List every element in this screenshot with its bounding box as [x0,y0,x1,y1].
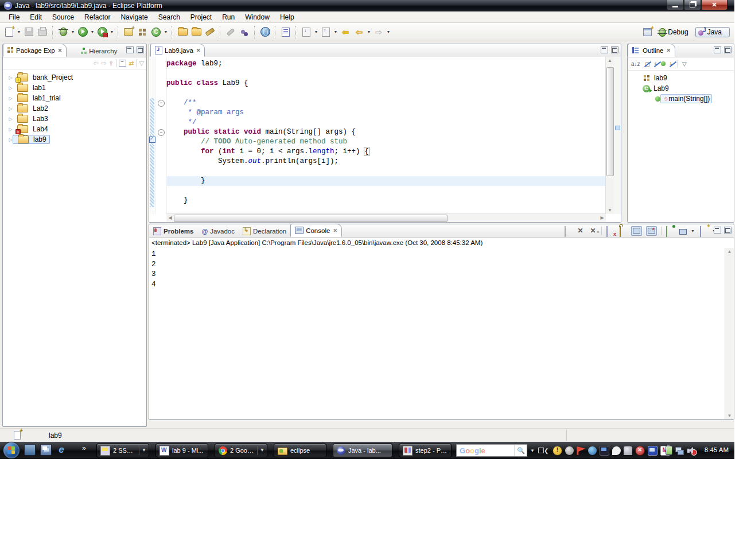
display-console-button[interactable] [678,227,687,235]
new-dropdown[interactable]: ▼ [16,26,22,38]
open-resource-button[interactable] [190,26,203,38]
tree-item-lab2[interactable]: ▷Lab2 [3,103,146,114]
previous-annotation-dropdown[interactable]: ▼ [333,26,339,38]
external-tools-button[interactable] [96,26,108,38]
annotation-ruler[interactable] [149,57,155,214]
close-outline-tab-icon[interactable]: ✕ [666,48,671,53]
trophy-tray-icon[interactable] [624,446,632,455]
mark-occurrences-button[interactable] [224,26,237,38]
code-line[interactable] [166,186,606,196]
code-line[interactable]: */ [166,118,606,127]
hide-fields-icon[interactable]: ▢ [645,61,650,67]
run-dropdown[interactable]: ▼ [90,26,95,38]
start-button[interactable] [3,442,20,458]
hide-non-public-icon[interactable] [661,61,666,66]
taskbar-button-step2-pa-[interactable]: step2 - Pa... [399,444,452,457]
forward-button[interactable]: ⇨ [372,26,385,38]
editor-horizontal-scrollbar[interactable]: ◀ ▶ [166,213,606,222]
open-browser-button[interactable] [259,26,271,38]
show-console-stdout-button[interactable] [631,226,642,236]
previous-annotation-button[interactable] [320,26,332,38]
close-button[interactable]: ✕ [701,0,727,10]
code-line[interactable]: // TODO Auto-generated method stub [166,137,606,147]
outline-item-lab9[interactable]: lab9 [628,73,734,83]
internet-explorer-icon[interactable]: e [56,445,67,455]
task-list-button[interactable] [279,26,292,38]
tree-item-bank_project[interactable]: ▷!bank_Project [3,72,146,83]
print-button[interactable] [36,26,49,38]
back-history-icon[interactable]: ⇦ [94,60,99,67]
tab-declaration[interactable]: Declaration [239,225,290,237]
tab-javadoc[interactable]: @ Javadoc [197,225,239,237]
battery-icon[interactable] [666,446,672,455]
hide-local-types-icon[interactable]: ᴸ [670,61,672,67]
code-line[interactable]: } [166,176,606,186]
scrollbar-thumb[interactable] [606,67,614,176]
minimize-button[interactable] [667,0,684,10]
overview-annotation-marker[interactable] [615,126,620,130]
run-button[interactable] [76,26,89,38]
hscrollbar-thumb[interactable] [174,215,448,222]
show-console-stderr-button[interactable] [646,226,657,236]
scroll-up-icon[interactable]: ▲ [606,57,614,64]
flag-tray-icon[interactable] [577,446,585,455]
menu-file[interactable]: File [3,12,25,22]
search-button[interactable] [204,26,216,38]
tree-item-lab9[interactable]: ▷lab9 [3,134,146,145]
minimize-outline-icon[interactable] [714,46,721,53]
minimize-view-icon[interactable] [126,46,134,53]
code-line[interactable] [166,88,606,98]
code-line[interactable]: for (int i = 0; i < args.length; i++) { [166,147,606,157]
search-magnifier-icon[interactable]: 🔍 [515,444,527,457]
console-scroll-up-icon[interactable]: ▲ [725,248,734,255]
expander-icon[interactable]: ▷ [7,96,14,101]
maximize-editor-icon[interactable] [611,46,618,53]
messenger-bubble-tray-icon[interactable] [612,446,621,455]
taskbar-button-java-lab-[interactable]: Java - lab... [333,444,392,457]
scroll-lock-button[interactable] [618,227,627,235]
code-line[interactable]: System.out.println(args[i]); [166,157,606,166]
folding-ruler[interactable]: −− [155,57,167,214]
menu-source[interactable]: Source [47,12,79,22]
taskbar-button-eclipse[interactable]: eclipse [274,444,326,457]
remove-all-terminated-button[interactable]: ✕ [589,227,597,235]
expander-icon[interactable]: ▷ [7,85,14,91]
forward-history-icon[interactable]: ⇨ [101,60,106,67]
expander-icon[interactable]: ▷ [7,116,14,122]
taskbar-clock[interactable]: 8:45 AM [705,446,729,453]
volume-muted-icon[interactable] [687,446,695,455]
minimize-console-icon[interactable] [714,227,721,234]
view-menu-icon[interactable]: ▽ [139,60,144,67]
skype-status-tray-icon[interactable] [565,446,574,455]
external-tools-dropdown[interactable]: ▼ [109,26,115,38]
close-console-tab-icon[interactable]: ✕ [333,228,337,234]
outline-item-main-string-[interactable]: Smain(String[]) [628,94,734,104]
tree-item-lab1[interactable]: ▷lab1 [3,83,146,93]
fold-collapse-icon[interactable]: − [158,129,165,136]
next-annotation-button[interactable] [300,26,313,38]
editor-vertical-scrollbar[interactable]: ▲ ▼ [605,57,614,214]
tab-outline[interactable]: Outline✕ [628,44,675,57]
taskbar-button-2-googl-[interactable]: 2 Googl...▼ [215,444,267,457]
tree-item-lab4[interactable]: ▷xLab4 [3,124,146,134]
taskbar-button-dropdown-icon[interactable]: ▼ [257,446,264,455]
debug-dropdown[interactable]: ▼ [70,26,76,38]
fast-view-icon[interactable] [14,431,21,440]
open-console-button[interactable] [699,227,708,235]
task-marker-icon[interactable] [149,137,155,143]
menu-help[interactable]: Help [275,12,299,22]
next-annotation-dropdown[interactable]: ▼ [313,26,319,38]
pin-console-button[interactable] [666,227,674,235]
switch-windows-icon[interactable] [40,444,52,456]
console-scrollbar[interactable]: ▲ ▼ [725,248,734,419]
close-tab-icon[interactable]: ✕ [58,48,63,53]
code-line[interactable]: package lab9; [166,59,606,69]
msn-tray-icon[interactable] [588,446,597,455]
tab-hierarchy[interactable]: Hierarchy [77,45,121,57]
overview-ruler[interactable] [614,57,621,214]
google-search-input[interactable]: Google [456,444,515,457]
menu-search[interactable]: Search [153,12,185,22]
quicklaunch-overflow-icon[interactable]: » [82,444,86,452]
tab-package-explorer[interactable]: Package Exp✕ [3,44,67,57]
terminate-button[interactable] [563,227,572,235]
